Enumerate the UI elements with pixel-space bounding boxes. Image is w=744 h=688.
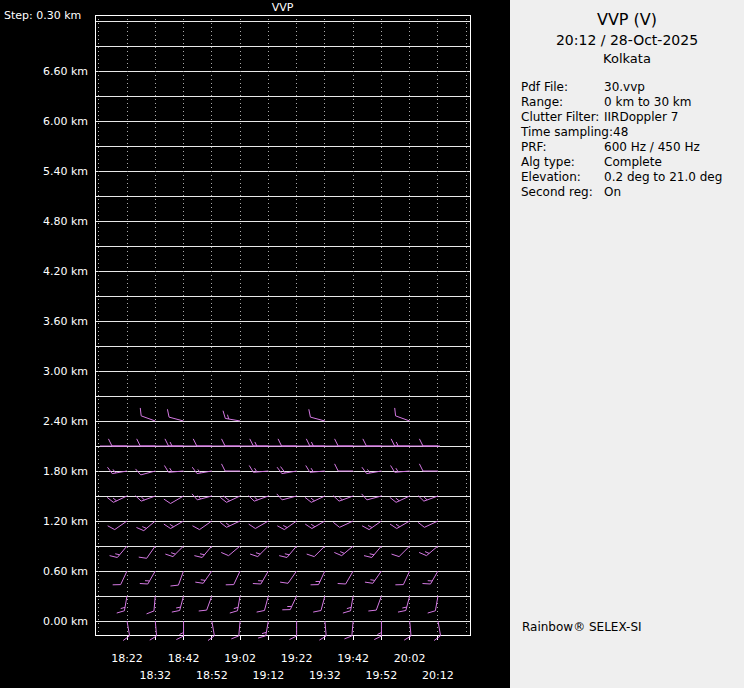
x-axis-time-label: 18:52 (196, 669, 228, 682)
panel-field-row: Elevation:0.2 deg to 21.0 deg (521, 170, 740, 185)
plot-title: VVP (272, 1, 294, 14)
panel-field-key: Clutter Filter: (521, 110, 604, 125)
product-title: VVP (V) (510, 10, 744, 29)
panel-field-key: PRF: (521, 140, 604, 155)
y-axis-altitude-label: 1.20 km (43, 515, 88, 528)
panel-field-key: Time sampling: (521, 125, 613, 140)
panel-field-value: IIRDoppler 7 (604, 110, 678, 125)
x-axis-time-label: 20:02 (394, 652, 426, 665)
y-axis-altitude-label: 0.00 km (43, 615, 88, 628)
wind-profile-chart-area: 18:2218:3218:4218:5219:0219:1219:2219:32… (0, 0, 510, 688)
panel-field-value: On (604, 185, 621, 200)
brand-label: Rainbow® SELEX-SI (522, 620, 642, 634)
panel-fields: Pdf File:30.vvpRange:0 km to 30 kmClutte… (521, 80, 740, 200)
x-axis-time-label: 19:42 (337, 652, 369, 665)
x-axis-time-label: 19:32 (309, 669, 341, 682)
panel-field-value: 0 km to 30 km (604, 95, 692, 110)
x-axis-time-label: 20:12 (422, 669, 454, 682)
panel-field-key: Range: (521, 95, 604, 110)
y-axis-altitude-label: 6.60 km (43, 65, 88, 78)
info-panel: VVP (V) 20:12 / 28-Oct-2025 Kolkata Pdf … (510, 0, 744, 688)
x-axis-time-label: 19:22 (281, 652, 313, 665)
panel-field-key: Elevation: (521, 170, 604, 185)
panel-field-value: Complete (604, 155, 662, 170)
y-axis-altitude-label: 4.80 km (43, 215, 88, 228)
panel-field-row: Clutter Filter:IIRDoppler 7 (521, 110, 740, 125)
site-name: Kolkata (510, 51, 744, 66)
x-axis-time-label: 19:02 (224, 652, 256, 665)
panel-field-key: Second reg: (521, 185, 604, 200)
panel-field-row: Time sampling:48 (521, 125, 740, 140)
panel-field-value: 48 (613, 125, 628, 140)
y-axis-altitude-label: 5.40 km (43, 165, 88, 178)
x-axis-time-label: 18:32 (139, 669, 171, 682)
x-axis-time-label: 19:12 (252, 669, 284, 682)
product-datetime: 20:12 / 28-Oct-2025 (510, 32, 744, 48)
panel-field-value: 600 Hz / 450 Hz (604, 140, 700, 155)
x-axis-time-label: 18:22 (111, 652, 143, 665)
panel-field-value: 0.2 deg to 21.0 deg (604, 170, 722, 185)
panel-field-key: Pdf File: (521, 80, 604, 95)
panel-field-value: 30.vvp (604, 80, 645, 95)
panel-field-row: Second reg:On (521, 185, 740, 200)
y-axis-altitude-label: 0.60 km (43, 565, 88, 578)
x-axis-time-label: 18:42 (168, 652, 200, 665)
panel-field-row: Alg type:Complete (521, 155, 740, 170)
y-axis-altitude-label: 2.40 km (43, 415, 88, 428)
y-axis-altitude-label: 6.00 km (43, 115, 88, 128)
wind-profile-plot: 18:2218:3218:4218:5219:0219:1219:2219:32… (0, 0, 510, 688)
y-axis-altitude-label: 4.20 km (43, 265, 88, 278)
panel-field-row: Range:0 km to 30 km (521, 95, 740, 110)
y-axis-altitude-label: 1.80 km (43, 465, 88, 478)
panel-field-row: PRF:600 Hz / 450 Hz (521, 140, 740, 155)
panel-field-row: Pdf File:30.vvp (521, 80, 740, 95)
step-label: Step: 0.30 km (4, 9, 81, 22)
y-axis-altitude-label: 3.00 km (43, 365, 88, 378)
vvp-product-window: 18:2218:3218:4218:5219:0219:1219:2219:32… (0, 0, 744, 688)
x-axis-time-label: 19:52 (366, 669, 398, 682)
panel-field-key: Alg type: (521, 155, 604, 170)
y-axis-altitude-label: 3.60 km (43, 315, 88, 328)
